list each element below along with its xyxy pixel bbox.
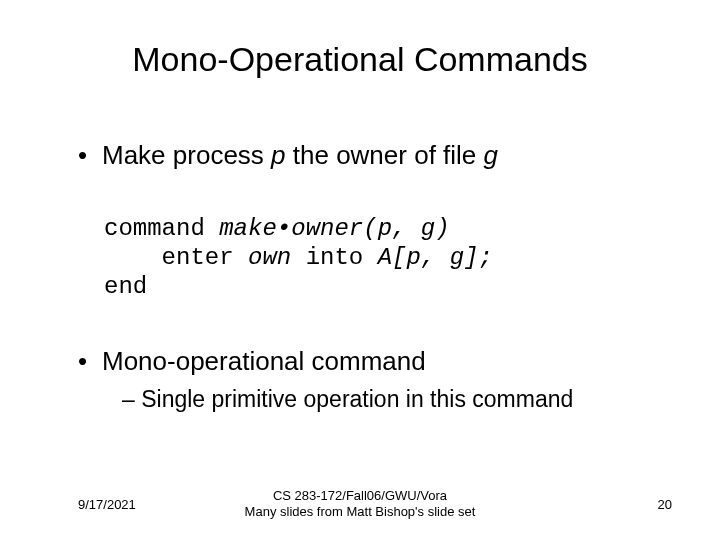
var-p: p: [271, 140, 285, 170]
bullet-make-owner: •Make process p the owner of file g: [78, 140, 658, 171]
footer-page-number: 20: [658, 497, 672, 512]
code-right: own: [248, 244, 291, 271]
slide: Mono-Operational Commands •Make process …: [0, 0, 720, 540]
var-g: g: [484, 140, 498, 170]
footer-line2: Many slides from Matt Bishop's slide set: [245, 504, 476, 519]
sub-bullet: – Single primitive operation in this com…: [122, 385, 658, 414]
code-cell: A[p, g];: [378, 244, 493, 271]
text: the owner of file: [286, 140, 484, 170]
code-block: command make•owner(p, g) enter own into …: [104, 215, 658, 301]
code-kw: command: [104, 215, 219, 242]
bullet-dot-icon: •: [78, 140, 102, 171]
code-kw: into: [291, 244, 377, 271]
code-kw: enter: [104, 244, 248, 271]
slide-title: Mono-Operational Commands: [0, 40, 720, 79]
text: Mono-operational command: [102, 346, 426, 376]
slide-body: •Make process p the owner of file g comm…: [78, 140, 658, 414]
text: Make process: [102, 140, 271, 170]
code-call: make•owner(p, g): [219, 215, 449, 242]
bullet-mono-op: •Mono-operational command – Single primi…: [78, 346, 658, 414]
footer-course: CS 283-172/Fall06/GWU/Vora Many slides f…: [0, 488, 720, 521]
footer-line1: CS 283-172/Fall06/GWU/Vora: [273, 488, 447, 503]
bullet-dot-icon: •: [78, 346, 102, 377]
code-kw: end: [104, 273, 147, 300]
